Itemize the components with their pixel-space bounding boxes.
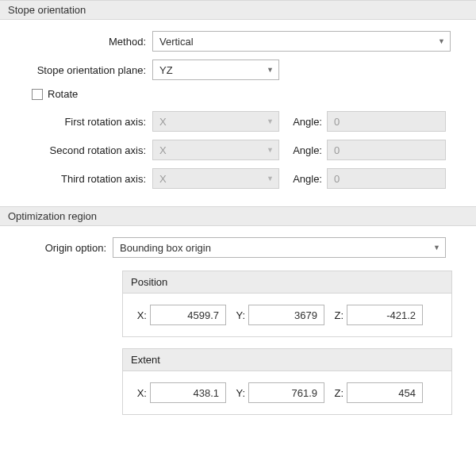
method-label: Method:: [10, 36, 152, 48]
plane-select[interactable]: YZ ▼: [152, 60, 279, 80]
extent-x-label: X:: [132, 387, 150, 399]
plane-value: YZ: [159, 64, 173, 76]
chevron-down-icon: ▼: [267, 146, 274, 154]
second-axis-value: X: [159, 144, 167, 156]
extent-y-label: Y:: [231, 387, 248, 399]
origin-select[interactable]: Bounding box origin ▼: [113, 237, 446, 258]
checkbox-icon: [32, 89, 43, 100]
extent-x-input[interactable]: [150, 382, 226, 403]
first-angle-input: [327, 111, 446, 132]
position-group: Position X: Y: Z:: [122, 271, 452, 337]
optimization-region-header: Optimization region: [0, 206, 476, 226]
origin-value: Bounding box origin: [120, 242, 211, 254]
first-axis-select: X ▼: [152, 111, 279, 132]
position-x-label: X:: [132, 309, 150, 321]
rotate-checkbox[interactable]: Rotate: [32, 88, 466, 100]
extent-group: Extent X: Y: Z:: [122, 348, 452, 415]
stope-orientation-body: Method: Vertical ▼ Stope orientation pla…: [0, 20, 476, 206]
rotate-label: Rotate: [48, 88, 78, 100]
stope-orientation-header: Stope orientation: [0, 0, 476, 20]
chevron-down-icon: ▼: [433, 244, 440, 251]
method-value: Vertical: [159, 36, 194, 48]
extent-z-input[interactable]: [347, 382, 423, 403]
position-y-input[interactable]: [248, 305, 324, 325]
extent-title: Extent: [123, 349, 451, 371]
second-axis-select: X ▼: [152, 140, 279, 160]
third-angle-label: Angle:: [279, 173, 327, 185]
method-select[interactable]: Vertical ▼: [152, 31, 451, 52]
chevron-down-icon: ▼: [267, 175, 274, 182]
chevron-down-icon: ▼: [267, 66, 274, 74]
position-z-input[interactable]: [347, 305, 423, 325]
plane-label: Stope orientation plane:: [10, 64, 152, 76]
extent-z-label: Z:: [329, 387, 347, 399]
first-axis-label: First rotation axis:: [10, 116, 152, 128]
optimization-region-body: Origin option: Bounding box origin ▼ Pos…: [0, 226, 476, 440]
extent-y-input[interactable]: [248, 382, 324, 403]
third-angle-input: [327, 168, 446, 189]
position-title: Position: [123, 271, 451, 294]
second-angle-input: [327, 140, 446, 160]
chevron-down-icon: ▼: [267, 117, 274, 125]
third-axis-value: X: [159, 173, 167, 185]
second-angle-label: Angle:: [279, 144, 327, 156]
second-axis-label: Second rotation axis:: [10, 144, 152, 156]
first-axis-value: X: [159, 116, 167, 128]
origin-label: Origin option:: [10, 242, 113, 254]
third-axis-label: Third rotation axis:: [10, 173, 152, 185]
position-x-input[interactable]: [150, 305, 226, 325]
position-y-label: Y:: [231, 309, 248, 321]
chevron-down-icon: ▼: [438, 37, 445, 45]
third-axis-select: X ▼: [152, 168, 279, 189]
first-angle-label: Angle:: [279, 116, 327, 128]
position-z-label: Z:: [329, 309, 347, 321]
